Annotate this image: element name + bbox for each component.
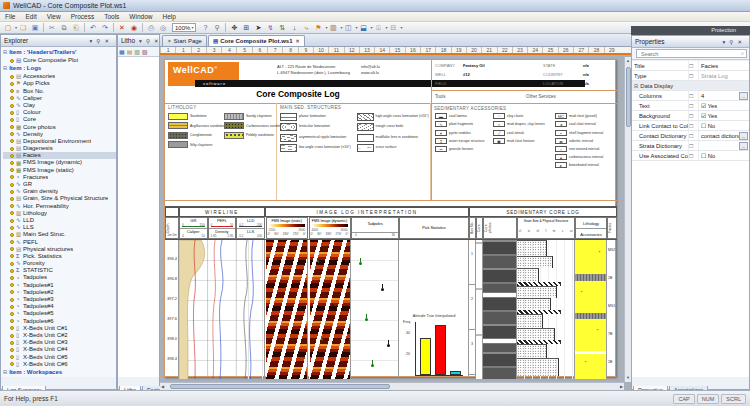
property-value[interactable]: contact dictionary bbox=[698, 131, 739, 140]
toolbar-dropdown-icon[interactable]: ▾ bbox=[370, 25, 372, 30]
visibility-bulb-icon[interactable] bbox=[10, 362, 14, 366]
property-checkbox[interactable]: ☐ bbox=[688, 141, 698, 150]
sidebar-item-accessories[interactable]: ▤Accessories bbox=[3, 73, 116, 80]
sidebar-item-pick-statistics[interactable]: ΣPick. Statistics bbox=[3, 253, 116, 260]
sidebar-item-main-sed-struc[interactable]: ▥Main Sed Struc. bbox=[3, 231, 116, 238]
toolbar-icon-8[interactable]: ↶ bbox=[88, 23, 98, 33]
tree-section-item-headers-trailers[interactable]: ⊟Item : 'Headers/Trailers' bbox=[3, 48, 116, 57]
toolbar-icon-18[interactable]: ⚲ bbox=[212, 23, 222, 33]
hscroll-thumb[interactable] bbox=[170, 384, 390, 389]
sidebar-item-tadpoles-4[interactable]: ◔Tadpoles#4 bbox=[3, 303, 116, 310]
explorer-header[interactable]: Explorer ▾⚲✕ bbox=[1, 35, 116, 47]
sidebar-item-x-beds-unit-c-3[interactable]: ▯X-Beds Unit C#3 bbox=[3, 339, 116, 346]
visibility-bulb-icon[interactable] bbox=[10, 298, 14, 302]
property-row-contact-dictionary[interactable]: Contact Dictionary☐contact dictionary... bbox=[632, 131, 749, 141]
sidebar-item-x-beds-unit-c-4[interactable]: ▯X-Beds Unit C#4 bbox=[3, 346, 116, 353]
toolbar-icon-26[interactable]: ⤷ bbox=[301, 23, 311, 33]
log-body[interactable]: 396.4396.8397.2397.6398.0398.4 bbox=[165, 239, 617, 379]
sidebar-item-core-photos[interactable]: ▦Core photos bbox=[3, 124, 116, 131]
plot-page[interactable]: WellCAD® software ALT - 225 Route de Nie… bbox=[164, 59, 616, 377]
menu-process[interactable]: Process bbox=[66, 13, 99, 20]
toolbar-icon-22[interactable]: ➤ bbox=[253, 23, 263, 33]
sidebar-item-x-beds-unit-c-2[interactable]: ▯X-Beds Unit C#2 bbox=[3, 332, 116, 339]
properties-btn-2[interactable]: ✕ bbox=[735, 39, 744, 45]
property-row-link-contact-to-col[interactable]: Link Contact to Col...☐☐ No bbox=[632, 121, 749, 131]
visibility-bulb-icon[interactable] bbox=[10, 132, 14, 136]
zoom-dropdown-icon[interactable]: ▾ bbox=[191, 25, 193, 30]
toolbar-dropdown-icon[interactable]: ▾ bbox=[15, 25, 17, 30]
toolbar-icon-28[interactable]: ▥ bbox=[328, 23, 338, 33]
visibility-bulb-icon[interactable] bbox=[10, 82, 14, 86]
horizontal-scrollbar[interactable]: ◀ ▶ bbox=[160, 382, 624, 390]
toolbar-icon-0[interactable]: ▢ bbox=[3, 23, 13, 33]
document-tab-core-composite-plot-ws1[interactable]: ▤Core Composite Plot.ws1✕ bbox=[208, 35, 305, 46]
property-value[interactable]: ☑ Yes bbox=[698, 111, 749, 120]
document-view[interactable]: WellCAD® software ALT - 225 Route de Nie… bbox=[160, 57, 624, 382]
property-row-text[interactable]: Text☐☑ Yes bbox=[632, 101, 749, 111]
checked-checkbox-icon[interactable]: ☑ bbox=[701, 113, 708, 119]
visibility-bulb-icon[interactable] bbox=[10, 154, 14, 158]
visibility-bulb-icon[interactable] bbox=[10, 183, 14, 187]
unchecked-checkbox-icon[interactable]: ☐ bbox=[701, 153, 708, 159]
toolbar-icon-14[interactable]: ⎙ bbox=[146, 23, 156, 33]
visibility-bulb-icon[interactable] bbox=[10, 219, 14, 223]
property-value[interactable]: ☐ No bbox=[698, 151, 749, 160]
sidebar-item-app-picks[interactable]: ⚑App Picks bbox=[3, 80, 116, 87]
sidebar-item-tadpoles-1[interactable]: ◔Tadpoles#1 bbox=[3, 282, 116, 289]
sidebar-item-caliper[interactable]: ∿Caliper bbox=[3, 95, 116, 102]
toolbar-icon-21[interactable]: ⊞ bbox=[241, 23, 251, 33]
vertical-scrollbar[interactable]: ▲ ▼ bbox=[624, 57, 631, 382]
property-checkbox[interactable]: ☐ bbox=[688, 61, 698, 70]
visibility-bulb-icon[interactable] bbox=[10, 269, 14, 273]
visibility-bulb-icon[interactable] bbox=[10, 319, 14, 323]
sidebar-item-x-beds-unit-c-5[interactable]: ▯X-Beds Unit C#5 bbox=[3, 354, 116, 361]
property-row-type[interactable]: Type☐Strata Log bbox=[632, 71, 749, 81]
property-row-title[interactable]: Title☐Facies bbox=[632, 61, 749, 71]
sidebar-item-fms-image-dynamic[interactable]: ▦FMS Image (dynamic) bbox=[3, 159, 116, 166]
sidebar-item-colour[interactable]: ▯Colour bbox=[3, 109, 116, 116]
property-checkbox[interactable]: ☐ bbox=[688, 71, 698, 80]
visibility-bulb-icon[interactable] bbox=[10, 305, 14, 309]
visibility-bulb-icon[interactable] bbox=[10, 59, 14, 63]
property-row-background[interactable]: Background☐☑ Yes bbox=[632, 111, 749, 121]
ellipsis-button[interactable]: ... bbox=[739, 142, 748, 150]
toolbar-icon-9[interactable]: ↷ bbox=[100, 23, 110, 33]
litho-list[interactable] bbox=[118, 57, 159, 377]
litho-toolbar-icon-1[interactable]: ▤ bbox=[127, 48, 133, 55]
visibility-bulb-icon[interactable] bbox=[10, 326, 14, 330]
property-checkbox[interactable]: ☐ bbox=[688, 101, 698, 110]
menu-window[interactable]: Window bbox=[124, 13, 157, 20]
sidebar-item-lld[interactable]: ∿LLD bbox=[3, 217, 116, 224]
sidebar-item-grain-size-physical-structure[interactable]: ▤Grain, Size & Physical Structure bbox=[3, 195, 116, 202]
visibility-bulb-icon[interactable] bbox=[10, 161, 14, 165]
property-row-use-associated-color[interactable]: Use Associated Color☐☐ No bbox=[632, 151, 749, 161]
property-checkbox[interactable]: ☐ bbox=[688, 151, 698, 160]
visibility-bulb-icon[interactable] bbox=[10, 240, 14, 244]
sidebar-item-grain-density[interactable]: ∿Grain density bbox=[3, 188, 116, 195]
visibility-bulb-icon[interactable] bbox=[10, 89, 14, 93]
visibility-bulb-icon[interactable] bbox=[10, 190, 14, 194]
toolbar-icon-31[interactable]: ⍗ bbox=[373, 23, 383, 33]
property-checkbox[interactable]: ☐ bbox=[688, 121, 698, 130]
collapse-icon[interactable]: ⊟ bbox=[634, 81, 638, 90]
toolbar-icon-23[interactable]: ↯ bbox=[265, 23, 275, 33]
litho-btn-1[interactable]: ⚲ bbox=[144, 38, 152, 44]
toolbar-icon-15[interactable]: ◎ bbox=[158, 23, 168, 33]
property-value[interactable]: ☐ No bbox=[698, 121, 749, 130]
sidebar-item-porosity[interactable]: ∿Porosity bbox=[3, 260, 116, 267]
property-value[interactable]: 4 bbox=[698, 91, 739, 100]
property-group-data-display[interactable]: ⊟Data Display bbox=[632, 81, 749, 91]
visibility-bulb-icon[interactable] bbox=[10, 262, 14, 266]
ellipsis-button[interactable]: ... bbox=[739, 132, 748, 140]
visibility-bulb-icon[interactable] bbox=[10, 139, 14, 143]
visibility-bulb-icon[interactable] bbox=[10, 247, 14, 251]
sidebar-item-box-no[interactable]: ≡Box No. bbox=[3, 88, 116, 95]
menu-tools[interactable]: Tools bbox=[99, 13, 124, 20]
toolbar-icon-20[interactable]: ✥ bbox=[229, 23, 239, 33]
search-box[interactable]: ⌕ bbox=[636, 49, 747, 58]
unchecked-checkbox-icon[interactable]: ☐ bbox=[701, 123, 708, 129]
sidebar-item-statistic[interactable]: ΣSTATISTIC bbox=[3, 267, 116, 274]
sidebar-item-clay[interactable]: ∿Clay bbox=[3, 102, 116, 109]
sidebar-item-tadpoles-2[interactable]: ◔Tadpoles#2 bbox=[3, 289, 116, 296]
tree-section-item-logs[interactable]: ⊟Item : Logs bbox=[3, 64, 116, 73]
